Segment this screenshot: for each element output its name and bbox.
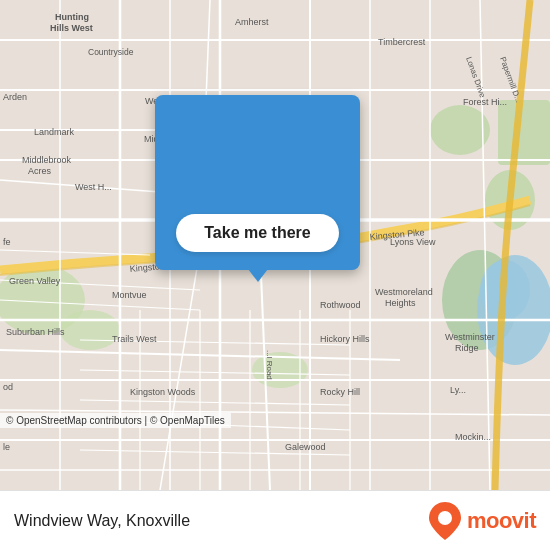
svg-text:Hills West: Hills West: [50, 23, 93, 33]
svg-text:Hunting: Hunting: [55, 12, 89, 22]
svg-text:Kingston Woods: Kingston Woods: [130, 387, 196, 397]
svg-text:Amherst: Amherst: [235, 17, 269, 27]
svg-text:Lyons View: Lyons View: [390, 237, 436, 247]
svg-text:Middlebrook: Middlebrook: [22, 155, 72, 165]
svg-text:Green Valley: Green Valley: [9, 276, 61, 286]
svg-text:Hickory Hills: Hickory Hills: [320, 334, 370, 344]
svg-text:od: od: [3, 382, 13, 392]
svg-text:Heights: Heights: [385, 298, 416, 308]
moovit-logo: moovit: [429, 502, 536, 540]
moovit-pin-icon: [429, 502, 461, 540]
bottom-bar: Windview Way, Knoxville moovit: [0, 490, 550, 550]
svg-text:Rocky Hill: Rocky Hill: [320, 387, 360, 397]
svg-point-6: [430, 105, 490, 155]
svg-text:Forest Hi...: Forest Hi...: [463, 97, 507, 107]
svg-text:le: le: [3, 442, 10, 452]
map-container[interactable]: Kingston Pike Kingston Pike Lonas Drive …: [0, 0, 550, 490]
svg-text:Landmark: Landmark: [34, 127, 75, 137]
svg-text:Galewood: Galewood: [285, 442, 326, 452]
svg-text:West H...: West H...: [75, 182, 112, 192]
svg-text:Mockin...: Mockin...: [455, 432, 491, 442]
take-me-there-button[interactable]: Take me there: [176, 214, 338, 252]
svg-text:Acres: Acres: [28, 166, 52, 176]
svg-rect-7: [498, 100, 550, 165]
svg-point-81: [438, 511, 452, 525]
svg-point-2: [60, 310, 120, 350]
svg-text:Westmoreland: Westmoreland: [375, 287, 433, 297]
svg-text:Ridge: Ridge: [455, 343, 479, 353]
svg-text:...l Road: ...l Road: [265, 350, 274, 380]
svg-text:Rothwood: Rothwood: [320, 300, 361, 310]
svg-text:Trails West: Trails West: [112, 334, 157, 344]
svg-text:Suburban Hills: Suburban Hills: [6, 327, 65, 337]
popup-card: Take me there: [155, 95, 360, 270]
svg-text:Arden: Arden: [3, 92, 27, 102]
svg-text:Montvue: Montvue: [112, 290, 147, 300]
svg-text:Countryside: Countryside: [88, 47, 134, 57]
map-attribution: © OpenStreetMap contributors | © OpenMap…: [0, 413, 231, 428]
location-text: Windview Way, Knoxville: [14, 512, 190, 530]
svg-text:fe: fe: [3, 237, 11, 247]
svg-text:Ly...: Ly...: [450, 385, 466, 395]
svg-text:Westminster: Westminster: [445, 332, 495, 342]
moovit-wordmark: moovit: [467, 508, 536, 534]
svg-text:Timbercrest: Timbercrest: [378, 37, 426, 47]
